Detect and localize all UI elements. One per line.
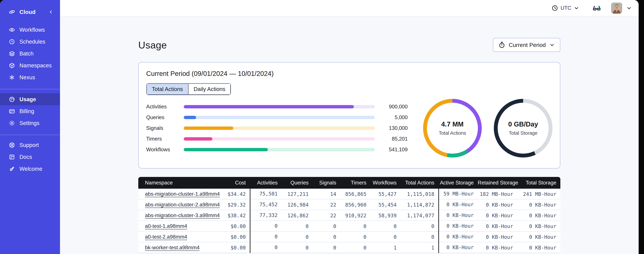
table-cell: 127,211: [282, 191, 312, 197]
column-header-timers: Timers: [340, 180, 370, 186]
sidebar-item-label: Workflows: [20, 27, 45, 33]
column-header-retained-storage: Retained Storage: [478, 180, 517, 186]
table-cell: 1,174,077: [400, 212, 438, 218]
table-cell: 75,452: [250, 200, 282, 210]
table-cell: 0 KB-Hour: [517, 212, 560, 218]
table-cell: 0 KB-Hour: [438, 200, 478, 210]
bar-value-label: 5,000: [379, 114, 408, 120]
sidebar-item-label: Docs: [20, 154, 32, 160]
bar-category-label: Signals: [146, 125, 179, 131]
table-cell: 0: [282, 245, 312, 251]
clock-icon: [552, 5, 558, 12]
table-cell: 0: [370, 234, 400, 240]
actions-bar-chart: Activities900,000Queries5,000Signals130,…: [146, 101, 408, 155]
sidebar-item-billing[interactable]: Billing: [0, 105, 60, 117]
user-menu-chevron-icon[interactable]: [626, 5, 632, 11]
table-cell: 0: [340, 223, 370, 229]
sidebar-item-usage[interactable]: Usage: [0, 93, 60, 105]
namespace-link[interactable]: a0-test-1.a98mm4: [145, 223, 187, 229]
bar-value-label: 900,000: [379, 104, 408, 110]
table-row: abs-migration-cluster-3.a98mm4$38.4277,3…: [138, 210, 560, 221]
namespace-cell: abs-migration-cluster-3.a98mm4: [138, 212, 217, 218]
table-cell: 22: [312, 212, 340, 218]
total-actions-label: Total Actions: [439, 130, 466, 136]
total-actions-donut: 4.7 MM Total Actions: [423, 99, 482, 158]
sidebar-item-batch[interactable]: Batch: [0, 48, 60, 60]
sidebar-item-schedules[interactable]: Schedules: [0, 36, 60, 48]
chevron-down-icon: [549, 42, 555, 48]
table-cell: $29.32: [217, 202, 250, 208]
bar-value-label: 541,109: [379, 146, 408, 153]
table-cell: 0 KB-Hour: [438, 242, 478, 253]
namespace-cell: abs-migration-cluster-2.a98mm4: [138, 202, 217, 208]
total-storage-value: 0 GB/Day: [508, 120, 538, 128]
table-cell: 77,332: [250, 210, 282, 221]
sidebar-item-label: Welcome: [20, 166, 42, 172]
table-header-row: NamespaceCostActivitiesQueriesSignalsTim…: [138, 177, 560, 189]
actions-tab-group: Total ActionsDaily Actions: [146, 83, 231, 95]
namespace-link[interactable]: a0-test-2.a98mm4: [145, 234, 187, 240]
table-cell: 0 KB-Hour: [438, 232, 478, 242]
bar-track: [184, 105, 375, 108]
usage-bar-row: Activities900,000: [146, 101, 408, 112]
timezone-label: UTC: [560, 5, 571, 11]
table-cell: $0.00: [217, 223, 250, 229]
column-header-activities: Activities: [250, 180, 282, 186]
sidebar-item-nexus[interactable]: Nexus: [0, 71, 60, 83]
bar-category-label: Workflows: [146, 146, 179, 153]
namespace-link[interactable]: abs-migration-cluster-1.a98mm4: [145, 191, 220, 197]
sidebar-item-docs[interactable]: Docs: [0, 151, 60, 163]
bar-value-label: 130,000: [379, 125, 408, 131]
table-cell: 0: [340, 234, 370, 240]
table-cell: 0 KB-Hour: [517, 245, 560, 251]
user-avatar[interactable]: [611, 2, 622, 14]
sidebar-item-label: Settings: [20, 120, 40, 126]
namespace-cell: abs-migration-cluster-1.a98mm4: [138, 191, 217, 197]
table-cell: 75,501: [250, 189, 282, 200]
table-cell: 58,939: [370, 212, 400, 218]
namespace-link[interactable]: bk-worker-test.a98mm4: [145, 244, 200, 250]
namespace-link[interactable]: abs-migration-cluster-3.a98mm4: [145, 212, 220, 218]
bar-fill: [184, 126, 233, 130]
period-selector-button[interactable]: Current Period: [493, 38, 560, 52]
sidebar-item-workflows[interactable]: Workflows: [0, 24, 60, 36]
sidebar-item-label: Batch: [20, 50, 34, 57]
usage-bar-row: Signals130,000: [146, 123, 408, 134]
sidebar-collapse-icon[interactable]: [48, 10, 53, 14]
table-cell: 0 KB-Hour: [478, 212, 517, 218]
table-body: abs-migration-cluster-1.a98mm4$34.4275,5…: [138, 189, 560, 253]
timezone-selector[interactable]: UTC: [552, 5, 579, 12]
sidebar-item-label: Billing: [20, 108, 34, 114]
settings-icon: [9, 120, 15, 126]
usage-card-title: Current Period (09/01/2024 — 10/01/2024): [146, 70, 552, 78]
bar-category-label: Timers: [146, 136, 179, 142]
table-cell: 0 KB-Hour: [517, 223, 560, 229]
usage-icon: [9, 96, 15, 102]
sidebar-item-support[interactable]: Support: [0, 139, 60, 151]
table-cell: $0.00: [217, 245, 250, 251]
sidebar-brand[interactable]: Cloud: [0, 6, 60, 18]
table-cell: 0 KB-Hour: [478, 245, 517, 251]
total-storage-donut: 0 GB/Day Total Storage: [494, 99, 552, 158]
table-cell: 0: [282, 234, 312, 240]
sidebar-item-label: Usage: [20, 96, 36, 102]
sidebar-item-namespaces[interactable]: Namespaces: [0, 60, 60, 71]
sidebar-item-settings[interactable]: Settings: [0, 117, 60, 129]
app-window: Cloud WorkflowsSchedulesBatchNamespacesN…: [0, 0, 639, 254]
tab-daily-actions[interactable]: Daily Actions: [188, 84, 231, 95]
table-cell: 182 MB-Hour: [478, 191, 517, 197]
bar-fill: [184, 116, 196, 119]
namespace-link[interactable]: abs-migration-cluster-2.a98mm4: [145, 202, 220, 208]
tab-total-actions[interactable]: Total Actions: [146, 84, 188, 95]
donut-charts: 4.7 MM Total Actions 0 GB/Day Total Stor…: [423, 99, 552, 158]
bar-track: [184, 116, 375, 119]
bar-fill: [184, 105, 354, 108]
table-cell: 0: [400, 223, 438, 229]
namespace-usage-table: NamespaceCostActivitiesQueriesSignalsTim…: [138, 177, 560, 253]
bar-fill: [184, 148, 268, 151]
namespaces-icon: [9, 62, 15, 69]
total-storage-label: Total Storage: [509, 130, 538, 136]
labs-glasses-icon[interactable]: [592, 4, 601, 12]
table-row: bk-worker-test.a98mm4$0.000000110 KB-Hou…: [138, 242, 560, 253]
sidebar-item-welcome[interactable]: Welcome: [0, 163, 60, 175]
